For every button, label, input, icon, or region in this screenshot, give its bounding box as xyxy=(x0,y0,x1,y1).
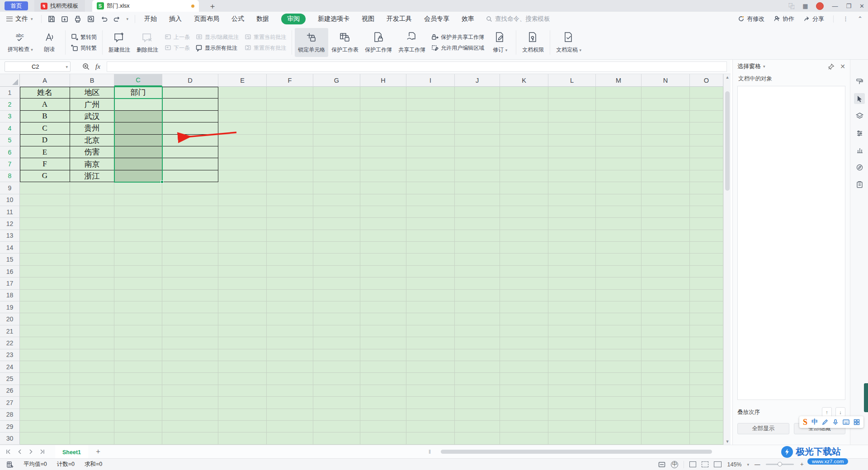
grid-cell-H23[interactable] xyxy=(360,349,406,361)
grid-cell-I7[interactable] xyxy=(406,158,455,170)
grid-cell-M11[interactable] xyxy=(596,206,642,218)
row-header-16[interactable]: 16 xyxy=(0,266,20,277)
grid-cell-M20[interactable] xyxy=(596,313,642,325)
grid-cell-I30[interactable] xyxy=(406,432,455,444)
grid-cell-A11[interactable] xyxy=(20,206,70,218)
grid-cell-B26[interactable] xyxy=(70,385,114,397)
grid-cell-J16[interactable] xyxy=(455,266,500,277)
grid-cell-H26[interactable] xyxy=(360,385,406,397)
grid-cell-E7[interactable] xyxy=(218,158,267,170)
show-all-comments-button[interactable]: 显示所有批注 xyxy=(195,44,239,52)
grid-cell-M15[interactable] xyxy=(596,254,642,265)
grid-cell-C10[interactable] xyxy=(114,194,162,206)
grid-cell-C3[interactable] xyxy=(114,111,162,122)
grid-cell-J28[interactable] xyxy=(455,409,500,421)
grid-cell-E29[interactable] xyxy=(218,421,267,432)
grid-cell-G19[interactable] xyxy=(313,301,360,313)
grid-cell-A5[interactable]: D xyxy=(20,135,70,146)
format-painter-icon[interactable] xyxy=(854,76,865,87)
grid-cell-D26[interactable] xyxy=(162,385,218,397)
grid-cell-H11[interactable] xyxy=(360,206,406,218)
grid-cell-B8[interactable]: 浙江 xyxy=(70,170,114,182)
grid-cell-O5[interactable] xyxy=(690,135,723,146)
grid-cell-F13[interactable] xyxy=(267,230,313,242)
grid-cell-K22[interactable] xyxy=(500,337,548,349)
grid-cell-L21[interactable] xyxy=(548,325,596,337)
grid-cell-I10[interactable] xyxy=(406,194,455,206)
grid-cell-F11[interactable] xyxy=(267,206,313,218)
grid-cell-G3[interactable] xyxy=(313,111,360,122)
grid-cell-A6[interactable]: E xyxy=(20,146,70,158)
grid-cell-N20[interactable] xyxy=(642,313,690,325)
grid-cell-O16[interactable] xyxy=(690,266,723,277)
grid-cell-F18[interactable] xyxy=(267,290,313,301)
grid-cell-I9[interactable] xyxy=(406,182,455,194)
grid-cell-L12[interactable] xyxy=(548,218,596,230)
grid-cell-D18[interactable] xyxy=(162,290,218,301)
sliders-icon[interactable] xyxy=(854,127,865,138)
grid-cell-N30[interactable] xyxy=(642,432,690,444)
grid-cell-B2[interactable]: 广州 xyxy=(70,99,114,110)
grid-cell-H1[interactable] xyxy=(360,87,406,99)
grid-cell-K26[interactable] xyxy=(500,385,548,397)
revisions-button[interactable]: 修订 ▾ xyxy=(487,28,513,57)
tab-developer[interactable]: 开发工具 xyxy=(387,15,412,23)
grid-cell-I23[interactable] xyxy=(406,349,455,361)
column-header-A[interactable]: A xyxy=(20,74,70,87)
grid-cell-L18[interactable] xyxy=(548,290,596,301)
grid-cell-G6[interactable] xyxy=(313,146,360,158)
grid-cell-B11[interactable] xyxy=(70,206,114,218)
grid-cell-A28[interactable] xyxy=(20,409,70,421)
row-header-25[interactable]: 25 xyxy=(0,373,20,385)
grid-cell-I21[interactable] xyxy=(406,325,455,337)
grid-cell-K28[interactable] xyxy=(500,409,548,421)
grid-cell-H5[interactable] xyxy=(360,135,406,146)
grid-cell-E2[interactable] xyxy=(218,99,267,110)
grid-cell-A19[interactable] xyxy=(20,301,70,313)
grid-cell-O22[interactable] xyxy=(690,337,723,349)
grid-cell-D21[interactable] xyxy=(162,325,218,337)
grid-cell-H24[interactable] xyxy=(360,361,406,373)
grid-cell-D12[interactable] xyxy=(162,218,218,230)
grid-cell-H8[interactable] xyxy=(360,170,406,182)
grid-cell-O27[interactable] xyxy=(690,397,723,409)
minimize-button[interactable]: — xyxy=(832,3,838,9)
grid-cell-H12[interactable] xyxy=(360,218,406,230)
last-sheet-icon[interactable] xyxy=(39,449,45,455)
zoom-level[interactable]: 145% xyxy=(727,461,741,468)
grid-cell-G27[interactable] xyxy=(313,397,360,409)
grid-cell-A1[interactable]: 姓名 xyxy=(20,87,70,99)
grid-cell-N16[interactable] xyxy=(642,266,690,277)
grid-cell-B14[interactable] xyxy=(70,242,114,254)
grid-cell-N22[interactable] xyxy=(642,337,690,349)
grid-cell-I6[interactable] xyxy=(406,146,455,158)
grid-cell-F12[interactable] xyxy=(267,218,313,230)
grid-cell-L4[interactable] xyxy=(548,122,596,134)
row-header-11[interactable]: 11 xyxy=(0,206,20,218)
grid-cell-F23[interactable] xyxy=(267,349,313,361)
layers-icon[interactable] xyxy=(854,110,865,121)
grid-cell-O25[interactable] xyxy=(690,373,723,385)
grid-cell-B16[interactable] xyxy=(70,266,114,277)
grid-cell-C1[interactable]: 部门 xyxy=(114,87,162,99)
grid-cell-E24[interactable] xyxy=(218,361,267,373)
grid-cell-A8[interactable]: G xyxy=(20,170,70,182)
grid-cell-J8[interactable] xyxy=(455,170,500,182)
grid-cell-O21[interactable] xyxy=(690,325,723,337)
grid-cell-L13[interactable] xyxy=(548,230,596,242)
grid-cell-D13[interactable] xyxy=(162,230,218,242)
grid-cell-D24[interactable] xyxy=(162,361,218,373)
grid-cell-D9[interactable] xyxy=(162,182,218,194)
grid-cell-G13[interactable] xyxy=(313,230,360,242)
grid-cell-J21[interactable] xyxy=(455,325,500,337)
grid-cell-J25[interactable] xyxy=(455,373,500,385)
grid-cell-D22[interactable] xyxy=(162,337,218,349)
grid-cell-I27[interactable] xyxy=(406,397,455,409)
grid-cell-D5[interactable] xyxy=(162,135,218,146)
grid-cell-D25[interactable] xyxy=(162,373,218,385)
grid-cell-E12[interactable] xyxy=(218,218,267,230)
grid-cell-C11[interactable] xyxy=(114,206,162,218)
grid-cell-M12[interactable] xyxy=(596,218,642,230)
grid-cell-N29[interactable] xyxy=(642,421,690,432)
grid-cell-L28[interactable] xyxy=(548,409,596,421)
